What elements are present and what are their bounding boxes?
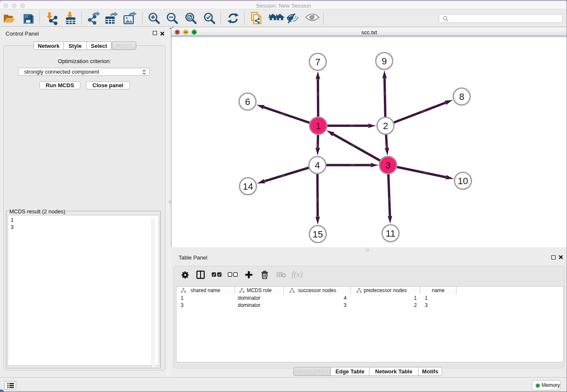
svg-text:6: 6 [245,97,250,107]
svg-text:9: 9 [382,56,387,66]
svg-text:7: 7 [315,57,320,67]
svg-text:4: 4 [315,160,320,171]
svg-text:15: 15 [313,229,323,240]
svg-text:3: 3 [385,160,391,171]
svg-text:10: 10 [458,176,468,186]
svg-text:11: 11 [386,228,396,239]
svg-text:8: 8 [459,91,464,102]
svg-text:2: 2 [383,121,388,131]
svg-text:14: 14 [243,181,253,192]
svg-text:1: 1 [316,121,321,131]
